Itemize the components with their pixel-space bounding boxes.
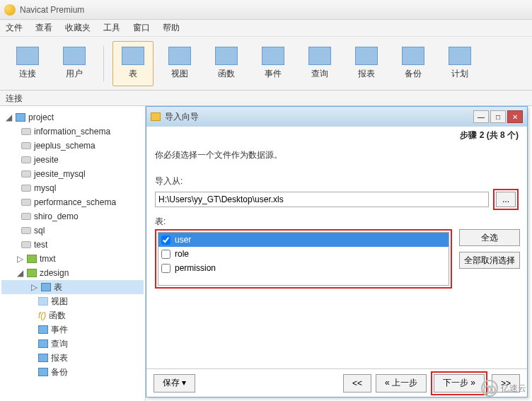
tree-db[interactable]: test	[1, 238, 144, 252]
table-check-permission[interactable]	[161, 264, 170, 273]
save-button[interactable]: 保存 ▾	[154, 374, 195, 393]
instruction-text: 你必须选择一个文件作为数据源。	[155, 149, 519, 161]
table-icon	[122, 47, 144, 65]
tree-db[interactable]: mysql	[1, 181, 144, 195]
view-icon	[38, 297, 48, 306]
tool-view[interactable]: 视图	[159, 41, 200, 86]
import-from-label: 导入从:	[155, 175, 519, 187]
db-open-icon	[27, 255, 37, 263]
event-icon	[38, 325, 48, 334]
tree-tmxt[interactable]: ▷tmxt	[1, 252, 144, 266]
content-area: 导入向导 — □ ✕ 步骤 2 (共 8 个) 你必须选择一个文件作为数据源。 …	[146, 106, 532, 401]
tool-query[interactable]: 查询	[299, 41, 340, 86]
select-all-button[interactable]: 全选	[459, 229, 520, 246]
tool-connection[interactable]: 连接	[7, 41, 48, 86]
tree-db[interactable]: jeesite_mysql	[1, 167, 144, 181]
tree-db[interactable]: jeesite	[1, 153, 144, 167]
tree-db[interactable]: performance_schema	[1, 195, 144, 209]
tree-node-backup[interactable]: 备份	[1, 365, 144, 379]
prev-button[interactable]: « 上一步	[376, 374, 427, 393]
tree-db[interactable]: information_schema	[1, 124, 144, 139]
backup-icon	[402, 47, 424, 65]
toolbar: 连接 用户 表 视图 函数 事件 查询 报表 备份 计划	[0, 37, 532, 91]
table-label: 表:	[155, 216, 519, 228]
view-icon	[168, 47, 191, 65]
function-icon	[215, 47, 238, 65]
db-icon	[21, 170, 31, 178]
tree-db[interactable]: sql	[1, 223, 144, 238]
next-button[interactable]: 下一步 »	[434, 374, 485, 393]
tool-table[interactable]: 表	[112, 41, 154, 86]
plan-icon	[449, 47, 471, 65]
query-icon	[38, 339, 48, 348]
separator	[103, 46, 104, 81]
db-icon	[21, 213, 31, 220]
tree-node-event[interactable]: 事件	[1, 322, 144, 337]
minimize-button[interactable]: —	[473, 110, 489, 123]
event-icon	[262, 47, 284, 65]
first-button[interactable]: <<	[343, 374, 371, 393]
sidebar-header: 连接	[0, 91, 532, 106]
step-indicator: 步骤 2 (共 8 个)	[460, 129, 519, 141]
db-icon	[21, 156, 31, 163]
dialog-titlebar[interactable]: 导入向导 — □ ✕	[146, 107, 527, 127]
deselect-all-button[interactable]: 全部取消选择	[459, 252, 520, 269]
tree-db[interactable]: shiro_demo	[1, 209, 144, 223]
tree-node-func[interactable]: f()函数	[1, 308, 144, 322]
dialog-title: 导入向导	[165, 111, 199, 123]
connection-tree[interactable]: ◢project information_schema jeeplus_sche…	[0, 106, 146, 401]
db-icon	[21, 142, 31, 149]
tool-backup[interactable]: 备份	[393, 41, 434, 86]
tool-user[interactable]: 用户	[54, 41, 95, 86]
tree-zdesign[interactable]: ◢zdesign	[1, 266, 144, 280]
table-check-role[interactable]	[161, 250, 170, 259]
menu-tool[interactable]: 工具	[103, 22, 120, 34]
app-title: Navicat Premium	[20, 5, 84, 15]
tool-report[interactable]: 报表	[346, 41, 387, 86]
menu-file[interactable]: 文件	[6, 22, 23, 34]
tree-node-table[interactable]: ▷表	[1, 280, 144, 294]
table-row-permission[interactable]: permission	[158, 261, 449, 275]
app-icon	[4, 4, 16, 16]
browse-button[interactable]: ...	[496, 192, 516, 207]
table-icon	[41, 283, 51, 291]
db-open-icon	[27, 269, 37, 277]
tree-db[interactable]: jeeplus_schema	[1, 139, 144, 153]
report-icon	[38, 354, 48, 362]
menu-fav[interactable]: 收藏夹	[65, 22, 91, 34]
plug-icon	[16, 47, 39, 65]
db-icon	[21, 241, 31, 248]
table-row-user[interactable]: user	[158, 233, 449, 247]
wizard-icon	[151, 112, 161, 121]
report-icon	[355, 47, 378, 65]
dialog-footer: 保存 ▾ << « 上一步 下一步 » >>	[146, 368, 527, 397]
tool-event[interactable]: 事件	[253, 41, 294, 86]
user-icon	[63, 47, 86, 65]
file-path-input[interactable]	[155, 192, 489, 207]
db-icon	[21, 185, 31, 192]
tree-root[interactable]: ◢project	[1, 110, 144, 124]
fx-icon: f()	[38, 310, 46, 320]
tree-node-report[interactable]: 报表	[1, 351, 144, 365]
import-wizard-dialog: 导入向导 — □ ✕ 步骤 2 (共 8 个) 你必须选择一个文件作为数据源。 …	[146, 106, 528, 397]
tool-plan[interactable]: 计划	[439, 41, 480, 86]
tree-node-view[interactable]: 视图	[1, 294, 144, 308]
maximize-button[interactable]: □	[490, 110, 506, 123]
backup-icon	[38, 368, 48, 376]
titlebar: Navicat Premium	[0, 0, 532, 20]
table-list[interactable]: user role permission	[158, 232, 449, 286]
table-row-role[interactable]: role	[158, 247, 449, 261]
db-icon	[21, 227, 31, 234]
menu-help[interactable]: 帮助	[163, 22, 180, 34]
table-check-user[interactable]	[161, 236, 170, 245]
tool-function[interactable]: 函数	[206, 41, 247, 86]
db-icon	[21, 128, 31, 135]
watermark: 亿速云	[481, 380, 526, 397]
menu-view[interactable]: 查看	[35, 22, 52, 34]
query-icon	[308, 47, 331, 65]
conn-icon	[16, 113, 25, 122]
menu-window[interactable]: 窗口	[133, 22, 150, 34]
close-button[interactable]: ✕	[507, 110, 523, 123]
watermark-icon	[481, 380, 498, 397]
tree-node-query[interactable]: 查询	[1, 337, 144, 351]
